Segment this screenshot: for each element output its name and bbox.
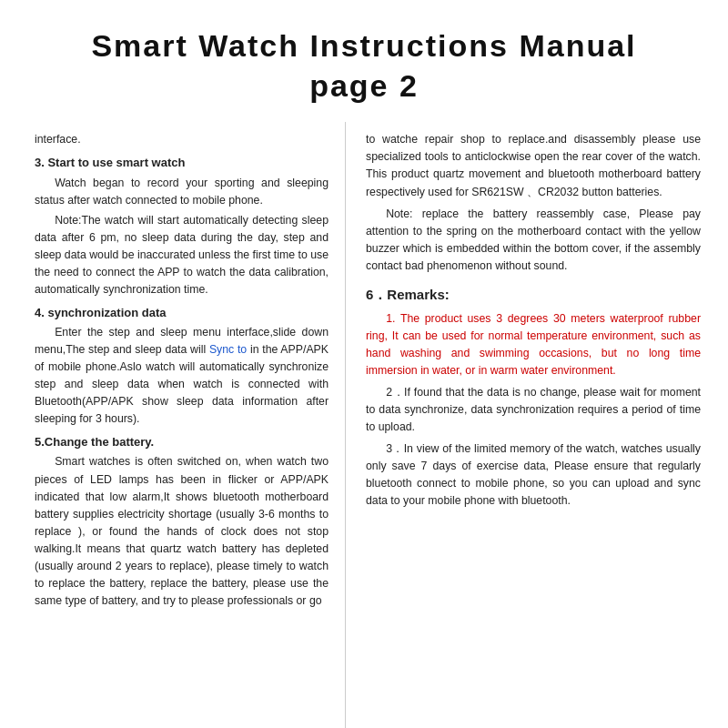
interface-line: interface. [35,131,329,148]
section3-heading: 3. Start to use smart watch [35,154,329,172]
right-column: to watche repair shop to replace.and dis… [346,122,728,728]
section4-heading: 4. synchronization data [35,304,329,322]
page-title: Smart Watch Instructions Manual [18,25,710,66]
remark3: 3．In view of the limited memory of the w… [366,440,701,510]
left-column: interface. 3. Start to use smart watch W… [0,122,346,728]
remark1: 1. The product uses 3 degrees 30 meters … [366,310,701,379]
content-area: interface. 3. Start to use smart watch W… [0,122,728,728]
page-header: Smart Watch Instructions Manual page 2 [0,0,728,122]
section3-p1: Watch began to record your sporting and … [35,175,329,209]
section5-text: Smart watches is often switched on, when… [35,453,329,609]
section5-heading: 5.Change the battery. [35,433,329,451]
section4-p1: Enter the step and sleep menu interface,… [35,324,329,428]
section3-note: Note:The watch will start automatically … [35,212,329,298]
section6-heading: 6．Remarks: [366,284,701,305]
right-p2-note: Note: replace the battery reassembly cas… [366,206,701,275]
section4-sync: Sync to [209,343,247,356]
page: Smart Watch Instructions Manual page 2 i… [0,0,728,728]
page-subtitle: page 2 [18,66,710,106]
remark2: 2．If found that the data is no change, p… [366,384,701,436]
right-p1: to watche repair shop to replace.and dis… [366,131,701,200]
